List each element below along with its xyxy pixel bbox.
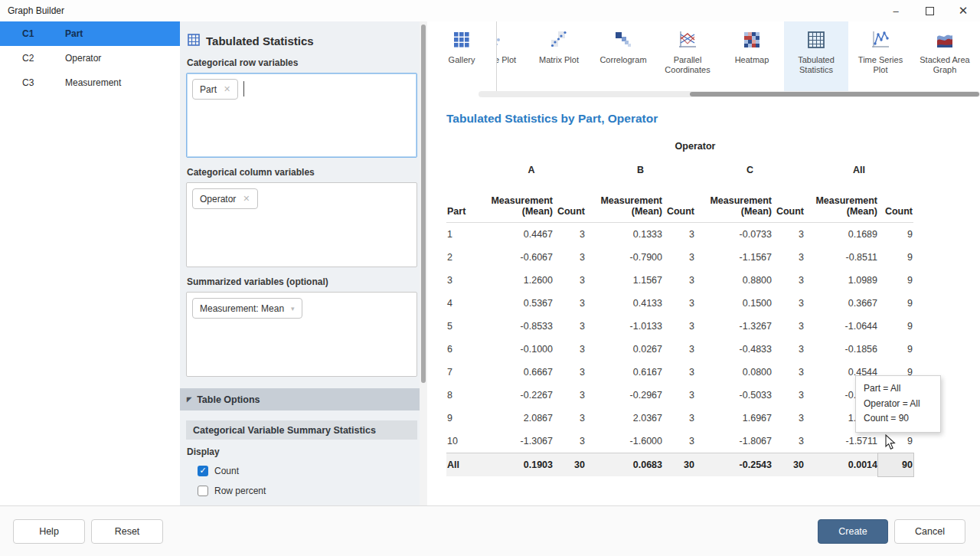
total-label-cell[interactable]: All	[446, 453, 477, 477]
value-cell[interactable]: -0.8533	[477, 315, 554, 338]
value-cell[interactable]: -0.6067	[477, 246, 554, 269]
total-value-cell[interactable]: 30	[663, 453, 695, 477]
value-cell[interactable]: 0.3667	[805, 292, 878, 315]
value-cell[interactable]: -1.6000	[586, 430, 663, 453]
value-cell[interactable]: 3	[663, 338, 695, 361]
value-cell[interactable]: 9	[878, 246, 913, 269]
variable-chip-part[interactable]: Part✕	[192, 79, 238, 100]
total-value-cell[interactable]: 0.0014	[805, 453, 878, 477]
part-cell[interactable]: 3	[446, 269, 477, 292]
value-cell[interactable]: 1.1567	[586, 269, 663, 292]
value-cell[interactable]: 0.6667	[477, 361, 554, 384]
checkbox-count[interactable]: ✓Count	[198, 464, 420, 477]
value-cell[interactable]: -0.0733	[695, 223, 773, 247]
value-cell[interactable]: 3	[663, 430, 695, 453]
value-cell[interactable]: 3	[554, 361, 586, 384]
value-cell[interactable]: 3	[554, 269, 586, 292]
value-cell[interactable]: 0.6167	[586, 361, 663, 384]
sidebar-item-part[interactable]: C1Part	[0, 21, 180, 46]
value-cell[interactable]: 3	[663, 292, 695, 315]
sidebar-item-measurement[interactable]: C3Measurement	[0, 70, 180, 95]
panel-scrollbar-thumb[interactable]	[421, 25, 426, 383]
total-value-cell[interactable]: -0.2543	[695, 453, 773, 477]
value-cell[interactable]: 3	[773, 223, 805, 247]
hovered-count-cell[interactable]: 90	[878, 453, 913, 477]
value-cell[interactable]: -1.5711	[805, 430, 878, 453]
value-cell[interactable]: 3	[773, 315, 805, 338]
value-cell[interactable]: 3	[554, 430, 586, 453]
variable-chip-measurement-mean[interactable]: Measurement: Mean▾	[192, 298, 302, 319]
value-cell[interactable]: 3	[773, 269, 805, 292]
part-cell[interactable]: 5	[446, 315, 477, 338]
panel-scrollbar[interactable]	[420, 21, 427, 505]
remove-icon[interactable]: ✕	[224, 84, 230, 94]
value-cell[interactable]: 0.1500	[695, 292, 773, 315]
value-cell[interactable]: 3	[773, 292, 805, 315]
help-button[interactable]: Help	[13, 519, 85, 544]
value-cell[interactable]: 9	[878, 269, 913, 292]
chevron-down-icon[interactable]: ▾	[291, 305, 295, 312]
gallery-item-matrix-plot[interactable]: Matrix Plot	[527, 21, 591, 91]
reset-button[interactable]: Reset	[91, 519, 163, 544]
value-cell[interactable]: 3	[773, 361, 805, 384]
part-cell[interactable]: 4	[446, 292, 477, 315]
value-cell[interactable]: 0.8800	[695, 269, 773, 292]
value-cell[interactable]: 3	[554, 292, 586, 315]
value-cell[interactable]: 3	[554, 407, 586, 430]
value-cell[interactable]: -1.3267	[695, 315, 773, 338]
value-cell[interactable]: 0.1333	[586, 223, 663, 247]
part-cell[interactable]: 1	[446, 223, 477, 247]
part-cell[interactable]: 7	[446, 361, 477, 384]
cancel-button[interactable]: Cancel	[894, 519, 965, 544]
value-cell[interactable]: 0.0800	[695, 361, 773, 384]
value-cell[interactable]: -0.7900	[586, 246, 663, 269]
gallery-item-time-series-plot[interactable]: Time Series Plot	[848, 21, 913, 91]
close-button[interactable]: ✕	[946, 0, 980, 21]
total-value-cell[interactable]: 30	[773, 453, 805, 477]
part-cell[interactable]: 8	[446, 384, 477, 407]
summarized-variables-box[interactable]: Measurement: Mean▾	[186, 292, 417, 377]
value-cell[interactable]: 3	[773, 246, 805, 269]
checkbox-row-percent[interactable]: Row percent	[198, 484, 420, 497]
checkbox-icon[interactable]: ✓	[198, 466, 208, 476]
value-cell[interactable]: 0.5367	[477, 292, 554, 315]
value-cell[interactable]: -0.1856	[805, 338, 878, 361]
remove-icon[interactable]: ✕	[243, 194, 250, 204]
column-variables-box[interactable]: Operator✕	[186, 182, 417, 267]
part-cell[interactable]: 9	[446, 407, 477, 430]
value-cell[interactable]: 3	[663, 223, 695, 247]
value-cell[interactable]: 3	[773, 430, 805, 453]
table-options-header[interactable]: ◤ Table Options	[180, 388, 420, 410]
value-cell[interactable]: -1.0644	[805, 315, 878, 338]
value-cell[interactable]: -1.8067	[695, 430, 773, 453]
value-cell[interactable]: 3	[663, 384, 695, 407]
value-cell[interactable]: 0.4467	[477, 223, 554, 247]
value-cell[interactable]: 3	[663, 315, 695, 338]
gallery-item-e-plot[interactable]: e Plot	[496, 21, 527, 91]
total-value-cell[interactable]: 0.1903	[477, 453, 554, 477]
value-cell[interactable]: 3	[554, 338, 586, 361]
gallery-item-gallery[interactable]: Gallery	[427, 21, 496, 91]
gallery-item-stacked-area-graph[interactable]: Stacked Area Graph	[913, 21, 977, 91]
value-cell[interactable]: 2.0867	[477, 407, 554, 430]
value-cell[interactable]: -1.3067	[477, 430, 554, 453]
checkbox-icon[interactable]	[198, 486, 208, 496]
total-value-cell[interactable]: 30	[554, 453, 586, 477]
value-cell[interactable]: 0.1689	[805, 223, 878, 247]
maximize-button[interactable]	[913, 0, 946, 21]
value-cell[interactable]: 3	[773, 384, 805, 407]
value-cell[interactable]: 0.4133	[586, 292, 663, 315]
value-cell[interactable]: -0.4833	[695, 338, 773, 361]
value-cell[interactable]: 3	[663, 407, 695, 430]
value-cell[interactable]: -1.0133	[586, 315, 663, 338]
row-variables-box[interactable]: Part✕	[186, 73, 417, 158]
value-cell[interactable]: -0.2267	[477, 384, 554, 407]
gallery-pinned-item[interactable]: Gallery	[427, 21, 497, 91]
gallery-item-correlogram[interactable]: Correlogram	[591, 21, 655, 91]
value-cell[interactable]: -0.5033	[695, 384, 773, 407]
create-button[interactable]: Create	[818, 519, 888, 544]
value-cell[interactable]: 0.0267	[586, 338, 663, 361]
value-cell[interactable]: -1.1567	[695, 246, 773, 269]
value-cell[interactable]: 3	[554, 223, 586, 247]
value-cell[interactable]: 9	[878, 292, 913, 315]
